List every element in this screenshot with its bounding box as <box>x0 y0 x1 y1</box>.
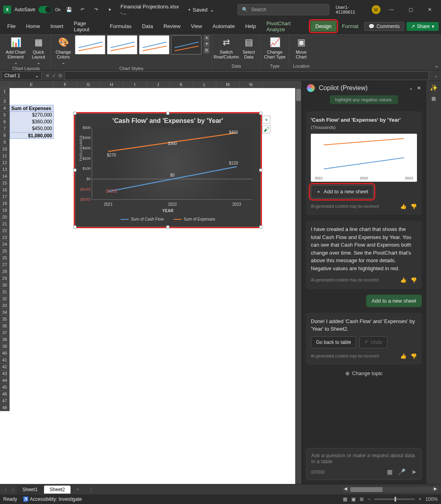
row-header[interactable]: 14 <box>0 173 10 180</box>
col-header[interactable]: I <box>123 81 147 88</box>
row-header[interactable]: 29 <box>0 275 10 282</box>
tab-data[interactable]: Data <box>137 21 157 32</box>
new-sheet-icon[interactable]: ＋ <box>71 486 84 493</box>
col-header[interactable]: G <box>77 81 100 88</box>
row-header[interactable]: 8 <box>0 132 10 139</box>
zoom-level[interactable]: 100% <box>425 496 438 502</box>
row-header[interactable]: 32 <box>0 295 10 302</box>
send-icon[interactable]: ➤ <box>411 468 417 476</box>
col-header[interactable]: E <box>10 81 54 88</box>
enter-formula-icon[interactable]: ✓ <box>52 73 56 78</box>
row-header[interactable]: 24 <box>0 241 10 248</box>
thumbs-down-icon[interactable]: 👎 <box>411 276 417 284</box>
accessibility-status[interactable]: ♿ Accessibility: Investigate <box>23 496 82 502</box>
row-header[interactable]: 45 <box>0 384 10 391</box>
row-header[interactable]: 10 <box>0 146 10 153</box>
row-header[interactable]: 20 <box>0 214 10 221</box>
row-header[interactable]: 18 <box>0 200 10 207</box>
tab-formulas[interactable]: Formulas <box>105 21 136 32</box>
row-header[interactable]: 48 <box>0 404 10 411</box>
row-header[interactable]: 25 <box>0 248 10 255</box>
row-header[interactable]: 38 <box>0 336 10 343</box>
row-header[interactable]: 22 <box>0 227 10 234</box>
row-header[interactable]: 16 <box>0 187 10 193</box>
row-header[interactable]: 9 <box>0 139 10 146</box>
zoom-out-icon[interactable]: − <box>368 496 371 502</box>
user-avatar[interactable]: U <box>372 5 381 14</box>
switch-row-column-button[interactable]: ⇄Switch Row/Column <box>215 35 238 59</box>
row-header[interactable]: 27 <box>0 261 10 268</box>
row-header[interactable]: 46 <box>0 391 10 398</box>
undo-button[interactable]: ↶ Undo <box>359 336 387 348</box>
select-data-button[interactable]: ▤Select Data <box>240 35 258 59</box>
prev-sheet-icon[interactable]: ‹ <box>2 487 9 492</box>
row-header[interactable]: 19 <box>0 207 10 214</box>
copilot-input[interactable]: Ask a question or make a request about d… <box>306 448 422 480</box>
zoom-slider[interactable] <box>375 498 415 500</box>
thumbs-up-icon[interactable]: 👍 <box>400 352 407 360</box>
row-header[interactable]: 40 <box>0 350 10 357</box>
chart-style-3[interactable] <box>139 35 169 54</box>
col-header[interactable]: N <box>240 81 263 88</box>
row-header[interactable]: 30 <box>0 282 10 289</box>
row-header[interactable]: 23 <box>0 234 10 241</box>
row-header[interactable]: 42 <box>0 363 10 370</box>
rail-icon[interactable]: ▦ <box>431 96 436 101</box>
row-header[interactable]: 21 <box>0 221 10 227</box>
close-button[interactable]: ✕ <box>422 4 438 15</box>
row-header[interactable]: 39 <box>0 343 10 350</box>
view-page-layout-icon[interactable]: ▣ <box>351 496 356 502</box>
tab-design[interactable]: Design <box>310 21 336 32</box>
chart-styles-button[interactable]: 🖌 <box>262 125 270 133</box>
view-page-break-icon[interactable]: ⊞ <box>360 496 364 502</box>
formula-input[interactable] <box>64 71 429 80</box>
fx-icon[interactable]: fx <box>58 73 62 78</box>
collapse-panel-icon[interactable]: ⌄ <box>409 85 413 91</box>
search-input[interactable]: 🔍 Search <box>238 4 329 15</box>
comments-button[interactable]: 💬 Comments <box>364 22 404 31</box>
move-chart-button[interactable]: ▣Move Chart <box>292 35 311 59</box>
row-header[interactable]: 31 <box>0 289 10 295</box>
tab-automate[interactable]: Automate <box>207 21 240 32</box>
row-header[interactable]: 5 <box>0 112 10 118</box>
sheet-tab-active[interactable]: Sheet2 <box>44 486 70 494</box>
chart-elements-button[interactable]: + <box>262 116 270 124</box>
minimize-button[interactable]: — <box>384 4 400 15</box>
tab-help[interactable]: Help <box>240 21 261 32</box>
redo-icon[interactable]: ↷ <box>91 4 101 15</box>
add-to-new-sheet-button[interactable]: ＋ Add to a new sheet <box>311 185 373 199</box>
sheet-menu-icon[interactable]: ⋮ <box>85 487 98 492</box>
col-header[interactable]: L <box>193 81 216 88</box>
chart-style-1[interactable] <box>75 35 105 54</box>
select-all-corner[interactable] <box>0 81 10 88</box>
cancel-formula-icon[interactable]: ✕ <box>46 73 50 78</box>
qat-dropdown-icon[interactable]: ▾ <box>105 4 115 15</box>
thumbs-down-icon[interactable]: 👎 <box>411 203 417 211</box>
copilot-rail-icon[interactable]: ✨ <box>430 84 438 92</box>
row-header[interactable]: 13 <box>0 166 10 173</box>
tab-pivotchart-analyze[interactable]: PivotChart Analyze <box>262 18 310 35</box>
row-header[interactable]: 43 <box>0 370 10 377</box>
change-topic-button[interactable]: ⊕ Change topic <box>306 370 422 376</box>
row-header[interactable]: 47 <box>0 398 10 404</box>
row-header[interactable]: 1 <box>0 88 10 95</box>
thumbs-down-icon[interactable]: 👎 <box>411 352 417 360</box>
undo-icon[interactable]: ↶ <box>77 4 88 15</box>
tab-review[interactable]: Review <box>159 21 185 32</box>
row-header[interactable]: 6 <box>0 118 10 125</box>
attach-icon[interactable]: ▦ <box>387 468 393 476</box>
row-header[interactable]: 11 <box>0 153 10 159</box>
zoom-in-icon[interactable]: + <box>419 496 421 502</box>
style-scroll-down[interactable]: ▾ <box>204 42 209 47</box>
pivot-chart[interactable]: + 🖌 'Cash Flow' and 'Expenses' by 'Year'… <box>74 112 262 228</box>
col-header[interactable]: H <box>100 81 123 88</box>
tab-format[interactable]: Format <box>337 21 363 32</box>
col-header[interactable]: J <box>147 81 170 88</box>
row-header[interactable]: 37 <box>0 329 10 336</box>
chart-style-4[interactable] <box>171 35 201 54</box>
worksheet[interactable]: E F G H I J K L M N 1 3 4 5 6 7 8 9 10 1 <box>0 81 302 484</box>
row-header[interactable]: 26 <box>0 255 10 261</box>
row-header[interactable]: 12 <box>0 159 10 166</box>
change-colors-button[interactable]: 🎨Change Colors ⌄ <box>53 35 73 65</box>
row-header[interactable]: 36 <box>0 323 10 329</box>
